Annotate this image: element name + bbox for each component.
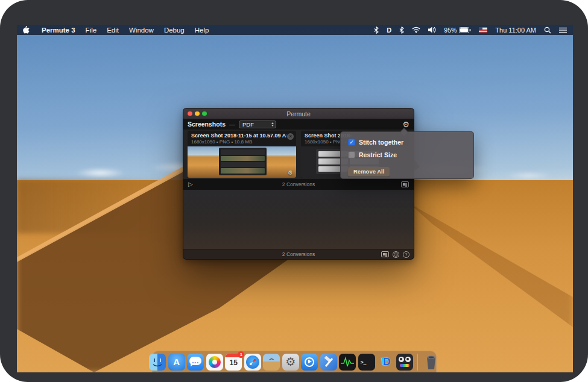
- dock: A ••• 1 15 ⚙: [152, 351, 437, 372]
- remove-all-button[interactable]: Remove All: [348, 167, 390, 177]
- window-status-bar: 2 Conversions ?: [183, 249, 414, 259]
- battery-status[interactable]: 95%: [444, 27, 471, 34]
- menu-bar: Permute 3 File Edit Window Debug Help D: [17, 25, 573, 35]
- menu-debug[interactable]: Debug: [164, 27, 185, 34]
- bluetooth-icon[interactable]: [399, 26, 404, 34]
- dock-divider: [417, 354, 418, 371]
- restrict-size-option[interactable]: ✓ Restrict Size: [348, 150, 466, 160]
- menu-window[interactable]: Window: [129, 27, 154, 34]
- dropdown-arrows-icon: [270, 121, 275, 128]
- window-title: Permute: [183, 110, 414, 117]
- dock-vd-app-icon[interactable]: VD: [377, 354, 394, 371]
- menu-edit[interactable]: Edit: [107, 27, 119, 34]
- group-toolbar: Screenshots — PDF ⚙: [183, 119, 414, 130]
- volume-icon[interactable]: [428, 26, 436, 34]
- permute-window: Permute Screenshots — PDF ⚙ Screen Shot …: [183, 108, 414, 260]
- stitch-together-option[interactable]: ✓ Stitch together: [348, 137, 466, 147]
- menu-help[interactable]: Help: [195, 27, 209, 34]
- preset-icon[interactable]: [401, 181, 409, 187]
- dock-terminal-icon[interactable]: >_: [358, 354, 375, 371]
- dock-app-store-icon[interactable]: A: [168, 354, 185, 371]
- calendar-badge: 1: [238, 351, 244, 358]
- group-name-label: Screenshots: [188, 121, 226, 128]
- card-1-meta: 1680x1050 • PNG • 10.8 MB: [191, 139, 292, 145]
- window-title-bar[interactable]: Permute: [183, 108, 414, 119]
- battery-icon: [459, 27, 471, 33]
- macbook-mockup: Permute 3 File Edit Window Debug Help D: [0, 0, 588, 382]
- dock-permute-icon[interactable]: [396, 354, 413, 371]
- checkmark-icon: ✓: [349, 140, 354, 145]
- window-drop-area[interactable]: [183, 190, 414, 249]
- dock-trash-icon[interactable]: [423, 354, 440, 371]
- apple-menu-icon[interactable]: [23, 26, 30, 34]
- card-1-title: Screen Shot 2018-11-15 at 10.57.09 AM: [191, 133, 286, 139]
- group-settings-gear-button[interactable]: ⚙: [402, 121, 409, 128]
- dock-finder-icon[interactable]: [149, 354, 166, 371]
- card-1-thumb-mini-window: [219, 148, 267, 175]
- stitch-together-label: Stitch together: [359, 139, 403, 146]
- spotlight-search-icon[interactable]: [544, 26, 551, 34]
- us-flag-icon[interactable]: [479, 27, 487, 33]
- desktop-screen: Permute 3 File Edit Window Debug Help D: [17, 25, 573, 372]
- dock-calendar-icon[interactable]: 1 15: [225, 354, 242, 371]
- group-footer-bar: ▷ 2 Conversions: [183, 179, 414, 190]
- format-dropdown[interactable]: PDF: [239, 121, 276, 128]
- card-1-thumbnail: ⚙: [188, 146, 296, 178]
- card-1-gear-icon[interactable]: ⚙: [288, 170, 293, 176]
- card-1-header: Screen Shot 2018-11-15 at 10.57.09 AM 16…: [188, 131, 296, 146]
- total-conversions-count: 2 Conversions: [183, 251, 414, 257]
- notification-center-icon[interactable]: [559, 26, 567, 34]
- wifi-icon[interactable]: [412, 26, 420, 34]
- restrict-size-checkbox[interactable]: ✓: [348, 151, 355, 158]
- help-icon[interactable]: ?: [403, 251, 409, 258]
- calendar-day: 15: [225, 359, 242, 367]
- settings-popover: ✓ Stitch together ✓ Restrict Size Remove…: [340, 131, 474, 179]
- file-card-1[interactable]: Screen Shot 2018-11-15 at 10.57.09 AM 16…: [188, 131, 296, 178]
- format-dropdown-value: PDF: [242, 121, 254, 128]
- dock-system-preferences-icon[interactable]: ⚙: [282, 354, 299, 371]
- history-clock-icon[interactable]: [393, 251, 399, 258]
- dock-photos-icon[interactable]: [206, 354, 223, 371]
- menu-app-name[interactable]: Permute 3: [42, 27, 75, 34]
- presets-button-icon[interactable]: [381, 251, 389, 257]
- battery-percent: 95%: [444, 27, 457, 34]
- dock-messages-icon[interactable]: •••: [187, 354, 204, 371]
- menu-file[interactable]: File: [86, 27, 97, 34]
- dock-preview-icon[interactable]: [263, 354, 280, 371]
- dock-safari-icon[interactable]: [244, 354, 261, 371]
- group-conversions-count: 2 Conversions: [183, 181, 414, 187]
- stitch-together-checkbox[interactable]: ✓: [348, 139, 355, 146]
- group-dash: —: [229, 121, 235, 128]
- dock-xcode-icon[interactable]: [320, 354, 337, 371]
- menu-clock[interactable]: Thu 11:00 AM: [495, 27, 536, 34]
- toothfairy-bluetooth-icon[interactable]: [374, 26, 379, 34]
- dock-quicktime-icon[interactable]: [301, 354, 318, 371]
- restrict-size-label: Restrict Size: [359, 151, 397, 158]
- dock-activity-monitor-icon[interactable]: [339, 354, 356, 371]
- duet-d-icon[interactable]: D: [387, 26, 391, 34]
- card-1-close-icon[interactable]: ✕: [287, 133, 294, 140]
